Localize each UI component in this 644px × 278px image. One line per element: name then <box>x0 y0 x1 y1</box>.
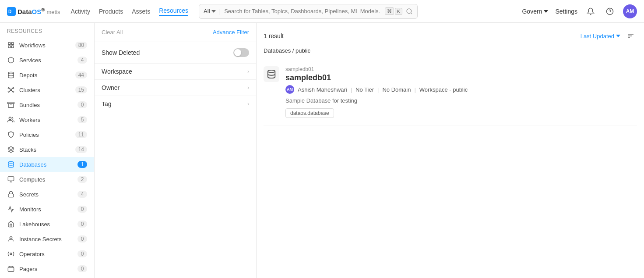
sidebar-item-lakehouses[interactable]: Lakehouses 0 <box>0 217 94 232</box>
help-icon[interactable] <box>604 5 616 18</box>
result-domain: No Domain <box>382 86 411 93</box>
settings-link[interactable]: Settings <box>555 8 577 15</box>
result-owner-avatar: AM <box>285 85 294 94</box>
brand-logo[interactable]: D DataOS® metis <box>7 7 60 16</box>
sidebar-item-policies[interactable]: Policies 11 <box>0 127 94 142</box>
nav-assets[interactable]: Assets <box>132 8 150 15</box>
notifications-icon[interactable] <box>584 5 597 18</box>
svg-marker-23 <box>8 146 14 150</box>
sidebar-count-secrets: 4 <box>77 191 87 198</box>
advance-filter-button[interactable]: Advance Filter <box>213 29 249 36</box>
owner-filter[interactable]: Owner › <box>95 80 256 96</box>
user-avatar[interactable]: AM <box>623 4 637 18</box>
meta-sep-3: | <box>414 86 415 93</box>
show-deleted-label: Show Deleted <box>102 49 140 56</box>
monitors-icon <box>7 205 15 213</box>
k-key: K <box>395 8 402 15</box>
svg-line-19 <box>11 90 13 92</box>
results-header: 1 result Last Updated <box>264 30 637 42</box>
sidebar-count-computes: 2 <box>77 176 87 183</box>
svg-rect-7 <box>11 43 14 45</box>
show-deleted-row: Show Deleted <box>95 42 256 64</box>
sidebar-item-workers[interactable]: Workers 5 <box>0 112 94 127</box>
svg-point-15 <box>13 91 14 93</box>
svg-point-12 <box>8 88 9 89</box>
stacks-icon <box>7 146 15 153</box>
operators-icon <box>7 250 15 258</box>
sidebar-label-policies: Policies <box>19 132 71 138</box>
show-deleted-toggle[interactable] <box>233 48 249 57</box>
sidebar-count-policies: 11 <box>75 131 87 138</box>
svg-point-36 <box>268 70 275 73</box>
sidebar-label-instance-secrets: Instance Secrets <box>19 236 73 242</box>
sidebar-item-clusters[interactable]: Clusters 15 <box>0 82 94 97</box>
policies-icon <box>7 131 15 139</box>
breadcrumb-sub[interactable]: public <box>296 47 310 54</box>
result-content: sampledb01 sampledb01 AM Ashish Maheshwa… <box>285 66 637 118</box>
cmd-key: ⌘ <box>385 7 394 15</box>
govern-menu[interactable]: Govern <box>522 8 548 15</box>
svg-text:D: D <box>8 9 11 14</box>
sidebar-item-stacks[interactable]: Stacks 14 <box>0 142 94 157</box>
sidebar-count-instance-secrets: 0 <box>77 235 87 242</box>
search-keyboard-shortcut: ⌘ K <box>385 7 402 15</box>
sidebar-count-clusters: 15 <box>75 86 87 93</box>
sidebar-label-operators: Operators <box>19 251 73 257</box>
tag-filter[interactable]: Tag › <box>95 96 256 112</box>
result-owner-name: Ashish Maheshwari <box>298 86 347 93</box>
sidebar-item-databases[interactable]: Databases 1 <box>0 157 94 172</box>
sidebar-label-depots: Depots <box>19 72 71 78</box>
svg-point-22 <box>9 117 11 119</box>
tag-filter-label: Tag <box>102 100 112 107</box>
results-panel: 1 result Last Updated Databases / public <box>257 23 644 278</box>
lakehouses-icon <box>7 220 15 228</box>
sidebar-item-depots[interactable]: Depots 44 <box>0 68 94 82</box>
breadcrumb-root[interactable]: Databases <box>264 47 291 54</box>
sidebar-item-pagers[interactable]: Pagers 0 <box>0 261 94 276</box>
sort-order-icon[interactable] <box>625 30 637 42</box>
svg-rect-6 <box>8 43 11 45</box>
nav-resources[interactable]: Resources <box>159 7 188 16</box>
tag-chevron-icon: › <box>247 101 249 107</box>
result-tag-badge[interactable]: dataos.database <box>285 108 334 118</box>
results-count: 1 result <box>264 32 284 39</box>
sidebar-count-workers: 5 <box>77 116 87 123</box>
result-database-icon <box>267 69 276 79</box>
result-card[interactable]: sampledb01 sampledb01 AM Ashish Maheshwa… <box>264 59 637 125</box>
sidebar-label-workflows: Workflows <box>19 42 71 49</box>
sidebar-item-bundles[interactable]: Bundles 0 <box>0 97 94 112</box>
svg-point-10 <box>8 72 14 74</box>
svg-point-29 <box>10 237 12 239</box>
search-input[interactable] <box>224 8 381 14</box>
search-icon[interactable] <box>406 8 413 15</box>
search-bar[interactable]: All | ⌘ K <box>199 4 418 19</box>
svg-rect-20 <box>8 102 14 103</box>
workspace-filter[interactable]: Workspace › <box>95 64 256 80</box>
nav-products[interactable]: Products <box>99 8 123 15</box>
sidebar-item-operators[interactable]: Operators 0 <box>0 246 94 261</box>
sidebar-count-stacks: 14 <box>75 146 87 153</box>
result-name[interactable]: sampledb01 <box>285 73 637 82</box>
sort-label: Last Updated <box>581 33 614 39</box>
svg-point-31 <box>10 253 12 255</box>
nav-activity[interactable]: Activity <box>71 8 90 15</box>
sidebar-item-instance-secrets[interactable]: Instance Secrets 0 <box>0 232 94 246</box>
brand-icon: D <box>7 7 16 16</box>
search-all-dropdown[interactable]: All <box>204 8 215 14</box>
sidebar-item-services[interactable]: Services 4 <box>0 53 94 68</box>
sidebar-item-secrets[interactable]: Secrets 4 <box>0 187 94 202</box>
svg-point-2 <box>407 9 412 14</box>
sidebar-item-monitors[interactable]: Monitors 0 <box>0 202 94 217</box>
sort-button[interactable]: Last Updated <box>581 33 620 39</box>
instance-secrets-icon <box>7 235 15 243</box>
sidebar-item-workflows[interactable]: Workflows 80 <box>0 38 94 53</box>
clear-all-button[interactable]: Clear All <box>102 29 123 36</box>
workers-icon <box>7 116 15 124</box>
sidebar-label-pagers: Pagers <box>19 266 73 272</box>
meta-sep-2: | <box>377 86 379 93</box>
result-tier: No Tier <box>355 86 374 93</box>
result-workspace: Workspace - public <box>419 86 468 93</box>
sidebar: Resources Workflows 80 Services 4 Depots… <box>0 23 95 278</box>
svg-line-17 <box>11 88 13 89</box>
sidebar-item-computes[interactable]: Computes 2 <box>0 172 94 187</box>
